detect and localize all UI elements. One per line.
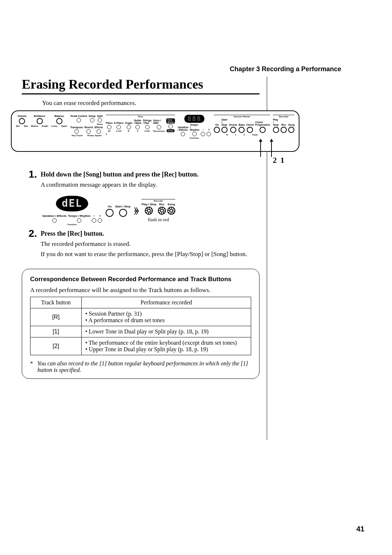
page-title: Erasing Recorded Performances <box>22 77 260 94</box>
fig-btn-play-stop-flash <box>145 207 153 215</box>
perf-cell-r: • Session Partner (p. 31) • A performanc… <box>82 308 251 326</box>
flash-note: flash in red <box>148 217 169 223</box>
sound-waves-icon: ⦒⦒ <box>134 207 138 215</box>
table-header-track: Track button <box>30 297 82 308</box>
fig-btn-tempo-rhythm <box>77 218 81 223</box>
callout-arrow-2 <box>260 141 261 157</box>
footnote: * You can also record to the [1] button … <box>30 360 251 373</box>
btn-session-chord-progression <box>260 127 266 133</box>
perf-cell-1: • Lower Tone in Dual play or Split play … <box>82 326 251 337</box>
perf-cell-2: • The performance of the entire keyboard… <box>82 337 251 355</box>
fig-btn-start-stop <box>119 209 127 217</box>
label-brilliance: Brilliance <box>34 115 45 117</box>
intro-text: You can erase recorded performances. <box>42 100 260 107</box>
fig-btn-plus <box>98 218 102 223</box>
track-button-info-box: Correspondence Between Recorded Performa… <box>22 269 260 379</box>
btn-tone-epiano <box>117 125 121 129</box>
track-cell-2: [2] <box>30 337 82 355</box>
del-figure: dEL Variation / Effects Tempo / Rhythm −… <box>42 196 260 226</box>
step-number: 1. <box>22 169 37 189</box>
callout-number-2: 2 <box>273 155 277 165</box>
step-2-body-2: If you do not want to erase the performa… <box>41 251 260 258</box>
btn-recorder-rec <box>281 127 287 133</box>
step-2-body-1: The recorded performance is erased. <box>41 240 260 248</box>
label-balance: Balance <box>54 115 64 117</box>
btn-minus <box>201 132 205 136</box>
btn-session-start-stop <box>221 127 228 133</box>
del-display: dEL <box>56 196 88 211</box>
btn-effects <box>97 129 101 134</box>
btn-setup <box>90 118 94 122</box>
btn-pedal-control <box>77 118 81 122</box>
btn-reverb <box>86 129 91 134</box>
step-2-head: Press the [Rec] button. <box>41 230 260 238</box>
chapter-header: Chapter 3 Recording a Performance <box>22 65 370 73</box>
label-volume: Volume <box>17 115 26 117</box>
btn-tone-voice-gm2 <box>157 125 161 129</box>
track-button-table: Track button Performance recorded [R] • … <box>30 297 251 355</box>
btn-tone-guitar-bass <box>135 125 140 129</box>
btn-session-on <box>214 127 220 133</box>
step-number: 2. <box>22 228 37 258</box>
seven-segment-display: 888 <box>184 115 204 123</box>
fig-btn-song-flash <box>167 207 175 215</box>
callout-arrow-1 <box>271 141 272 157</box>
track-cell-1: [1] <box>30 326 82 337</box>
btn-tone-organ <box>127 125 131 129</box>
info-box-lead: A recorded performance will be assigned … <box>30 287 251 294</box>
fig-btn-rec-flash <box>158 207 166 215</box>
btn-recorder-play-stop <box>273 127 279 133</box>
btn-variation-effects <box>181 132 185 136</box>
step-1: 1. Hold down the [Song] button and press… <box>22 169 260 189</box>
btn-session-drums <box>230 127 236 133</box>
table-header-perf: Performance recorded <box>82 297 251 308</box>
step-2: 2. Press the [Rec] button. The recorded … <box>22 228 260 258</box>
btn-tempo-rhythm <box>192 132 197 136</box>
knob-brilliance <box>37 118 43 124</box>
fig-btn-minus <box>92 218 96 223</box>
btn-split <box>98 118 102 122</box>
callout-number-1: 1 <box>280 155 284 165</box>
table-row: [1] • Lower Tone in Dual play or Split p… <box>30 326 251 337</box>
btn-tone-wheel <box>168 124 173 129</box>
track-cell-r: [R] <box>30 308 82 326</box>
btn-transpose <box>74 129 79 134</box>
page-number: 41 <box>356 525 364 533</box>
fig-btn-on <box>106 209 114 217</box>
footnote-mark: * <box>30 360 33 373</box>
btn-session-bass <box>238 127 245 133</box>
btn-tone-piano <box>107 125 111 129</box>
info-box-title: Correspondence Between Recorded Performa… <box>30 276 251 283</box>
knob-volume <box>19 118 25 124</box>
btn-plus <box>207 132 211 136</box>
btn-tone-strings-pad <box>145 125 150 129</box>
btn-recorder-song <box>288 127 294 133</box>
table-row: [2] • The performance of the entire keyb… <box>30 337 251 355</box>
step-1-body-1: A confirmation message appears in the di… <box>41 181 260 189</box>
knob-balance <box>56 118 62 124</box>
btn-session-chord <box>247 127 253 133</box>
front-panel-diagram: Volume Min Max Brilliance Mellow Bright … <box>11 110 299 152</box>
step-1-head: Hold down the [Song] button and press th… <box>41 171 260 178</box>
table-row: [R] • Session Partner (p. 31) • A perfor… <box>30 308 251 326</box>
footnote-text: You can also record to the [1] button re… <box>37 360 251 373</box>
fig-btn-variation-effects <box>52 218 57 223</box>
